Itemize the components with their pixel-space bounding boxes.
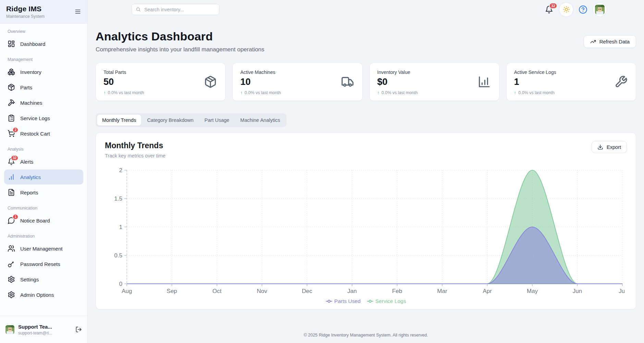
chart-bars-icon bbox=[8, 173, 15, 181]
gear-icon bbox=[8, 276, 15, 283]
legend-marker-icon bbox=[367, 299, 374, 303]
refresh-data-label: Refresh Data bbox=[599, 39, 630, 45]
file-text-icon bbox=[8, 189, 15, 196]
count-badge: 2 bbox=[12, 127, 19, 133]
user-avatar bbox=[5, 325, 14, 334]
export-button[interactable]: Export bbox=[592, 141, 627, 153]
search-input[interactable] bbox=[144, 7, 215, 13]
sidebar-user-panel: Support Tea... support-team@ri... bbox=[0, 316, 87, 343]
sidebar-item-password-resets[interactable]: Password Resets bbox=[4, 256, 83, 271]
tab-part-usage[interactable]: Part Usage bbox=[199, 115, 235, 126]
key-icon bbox=[8, 260, 15, 268]
profile-button[interactable] bbox=[593, 2, 607, 17]
count-badge: 32 bbox=[11, 155, 19, 161]
svg-text:Jan: Jan bbox=[348, 288, 357, 294]
arrow-up-icon: ↑ bbox=[514, 90, 517, 95]
stat-label: Active Machines bbox=[240, 69, 354, 75]
chart-legend: Parts UsedService Logs bbox=[105, 298, 627, 304]
sidebar-item-machines[interactable]: Machines bbox=[4, 95, 83, 110]
help-icon bbox=[579, 5, 587, 14]
app-subtitle: Maintenance System bbox=[6, 14, 45, 19]
stat-card-total-parts: Total Parts50↑0.0% vs last month bbox=[96, 63, 226, 101]
sidebar-item-alerts[interactable]: 32Alerts bbox=[4, 154, 83, 169]
svg-text:0.5: 0.5 bbox=[114, 252, 122, 259]
svg-text:1: 1 bbox=[119, 224, 122, 230]
sidebar-section-analysis: Analysis32AlertsAnalyticsReports bbox=[4, 147, 83, 200]
legend-item-parts-used[interactable]: Parts Used bbox=[326, 298, 361, 304]
svg-text:Oct: Oct bbox=[212, 288, 222, 294]
chart-card: Monthly Trends Track key metrics over ti… bbox=[96, 132, 636, 309]
monthly-trends-chart: 00.511.52AugSepOctNovDecJanFebMarAprMayJ… bbox=[105, 161, 627, 297]
sun-icon bbox=[563, 6, 570, 13]
search-icon bbox=[136, 7, 141, 12]
stat-value: 1 bbox=[514, 77, 628, 87]
sidebar-item-analytics[interactable]: Analytics bbox=[4, 169, 83, 185]
clipboard-icon bbox=[8, 114, 15, 122]
sidebar-item-service-logs[interactable]: Service Logs bbox=[4, 111, 83, 126]
stat-delta-text: 0.0% vs last month bbox=[245, 90, 281, 95]
svg-text:Mar: Mar bbox=[437, 288, 448, 294]
sidebar-item-admin-options[interactable]: Admin Options bbox=[4, 287, 83, 302]
bell-icon: 32 bbox=[8, 158, 15, 165]
sidebar-section-administration: AdministrationUser ManagementPassword Re… bbox=[4, 234, 83, 302]
stat-delta-text: 0.0% vs last month bbox=[381, 90, 418, 95]
tab-category-breakdown[interactable]: Category Breakdown bbox=[142, 115, 198, 126]
stat-delta-text: 0.0% vs last month bbox=[108, 90, 144, 95]
sidebar-item-reports[interactable]: Reports bbox=[4, 185, 83, 200]
sidebar-item-inventory[interactable]: Inventory bbox=[4, 64, 83, 79]
sidebar-item-label: Machines bbox=[20, 100, 42, 106]
export-label: Export bbox=[607, 144, 621, 150]
svg-text:Sep: Sep bbox=[167, 288, 177, 294]
hammer-icon bbox=[8, 99, 15, 106]
help-button[interactable] bbox=[579, 5, 587, 14]
legend-item-service-logs[interactable]: Service Logs bbox=[367, 298, 406, 304]
logout-icon[interactable] bbox=[75, 326, 82, 333]
refresh-data-button[interactable]: Refresh Data bbox=[584, 35, 636, 48]
sidebar-item-settings[interactable]: Settings bbox=[4, 272, 83, 287]
sidebar-item-user-management[interactable]: User Management bbox=[4, 241, 83, 256]
sidebar-item-label: Service Logs bbox=[20, 115, 50, 121]
sidebar-item-notice-board[interactable]: 1Notice Board bbox=[4, 213, 83, 228]
sidebar-item-restock-cart[interactable]: 2Restock Cart bbox=[4, 126, 83, 141]
sidebar-item-dashboard[interactable]: Dashboard bbox=[4, 36, 83, 51]
content: Analytics Dashboard Comprehensive insigh… bbox=[88, 19, 644, 343]
svg-text:Jun: Jun bbox=[573, 288, 582, 294]
stat-delta: ↑0.0% vs last month bbox=[240, 90, 354, 95]
theme-toggle-button[interactable] bbox=[559, 2, 573, 17]
topbar-actions: 32 bbox=[545, 2, 607, 17]
tab-machine-analytics[interactable]: Machine Analytics bbox=[235, 115, 285, 126]
svg-text:Apr: Apr bbox=[483, 288, 492, 294]
notifications-button[interactable]: 32 bbox=[545, 5, 553, 14]
sidebar-item-label: User Management bbox=[20, 246, 62, 252]
stat-card-active-machines: Active Machines10↑0.0% vs last month bbox=[232, 63, 362, 101]
legend-marker-icon bbox=[326, 299, 332, 303]
stat-label: Total Parts bbox=[104, 69, 218, 75]
sidebar-section-overview: OverviewDashboard bbox=[4, 29, 83, 51]
avatar bbox=[595, 5, 605, 14]
chat-icon: 1 bbox=[8, 217, 15, 224]
stat-cards: Total Parts50↑0.0% vs last monthActive M… bbox=[96, 63, 636, 101]
sidebar-header: Ridge IMS Maintenance System bbox=[0, 0, 87, 24]
sidebar-item-label: Reports bbox=[20, 190, 38, 195]
tab-monthly-trends[interactable]: Monthly Trends bbox=[97, 115, 141, 126]
stat-label: Active Service Logs bbox=[514, 69, 628, 75]
chart-card-header: Monthly Trends Track key metrics over ti… bbox=[105, 141, 627, 158]
stat-value: 50 bbox=[104, 77, 218, 87]
notification-badge: 32 bbox=[549, 3, 557, 9]
arrow-up-icon: ↑ bbox=[377, 90, 380, 95]
sidebar-section-label: Analysis bbox=[8, 147, 80, 152]
page-subtitle: Comprehensive insights into your landfil… bbox=[96, 46, 264, 53]
wrench-icon bbox=[615, 75, 628, 88]
page-footer: © 2025 Ridge Inventory Management System… bbox=[96, 325, 636, 343]
page-header: Analytics Dashboard Comprehensive insigh… bbox=[96, 26, 636, 53]
stat-label: Inventory Value bbox=[377, 69, 491, 75]
stat-delta: ↑0.0% vs last month bbox=[104, 90, 218, 95]
sidebar-item-label: Notice Board bbox=[20, 218, 50, 224]
sidebar-item-label: Inventory bbox=[20, 69, 41, 75]
arrow-up-icon: ↑ bbox=[240, 90, 243, 95]
stat-card-inventory-value: Inventory Value$0↑0.0% vs last month bbox=[369, 63, 499, 101]
legend-label: Parts Used bbox=[334, 298, 361, 304]
sidebar-item-parts[interactable]: Parts bbox=[4, 80, 83, 95]
search-box bbox=[132, 4, 219, 15]
menu-icon[interactable] bbox=[74, 8, 81, 15]
